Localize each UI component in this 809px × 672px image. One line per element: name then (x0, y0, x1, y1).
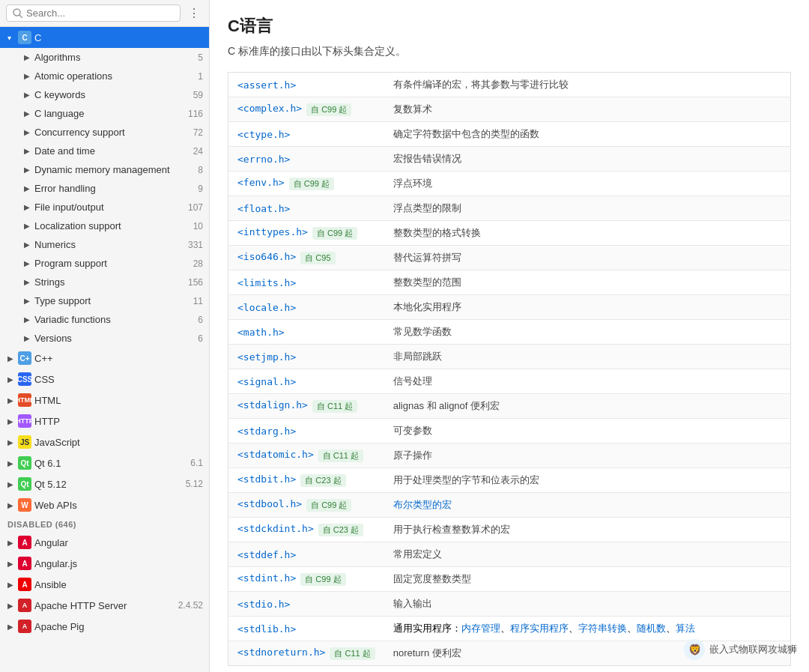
header-cell: <complex.h>自 C99 起 (228, 97, 384, 122)
description-text: 输入输出 (384, 592, 791, 617)
sidebar-item-angular[interactable]: ▶ A Angular (0, 532, 209, 553)
header-link[interactable]: <stdio.h> (237, 599, 290, 610)
item-count: 8 (198, 165, 203, 175)
item-count: 5.12 (186, 479, 203, 489)
qt512-language-icon: Qt (18, 477, 31, 491)
search-input[interactable] (26, 7, 174, 19)
description-link[interactable]: 算法 (676, 623, 695, 634)
sidebar-sub-datetime[interactable]: ▶ Date and time 24 (0, 142, 209, 160)
description-text: 可变参数 (384, 419, 791, 444)
table-row: <ctype.h>确定字符数据中包含的类型的函数 (228, 122, 791, 147)
header-link[interactable]: <limits.h> (237, 277, 296, 288)
header-link[interactable]: <inttypes.h> (237, 226, 308, 237)
table-row: <stdnoreturn.h>自 C11 起noreturn 便利宏 (228, 641, 791, 666)
description-link[interactable]: 随机数 (637, 623, 666, 634)
header-link[interactable]: <stdint.h> (237, 572, 296, 584)
sidebar-sub-variadic[interactable]: ▶ Variadic functions 6 (0, 310, 209, 329)
sidebar-item-c[interactable]: ▾ C C (0, 27, 209, 48)
page-title: C语言 (228, 15, 791, 37)
sidebar-item-apache-pig[interactable]: ▶ A Apache Pig (0, 616, 209, 637)
sidebar-sub-program[interactable]: ▶ Program support 28 (0, 254, 209, 273)
sidebar-sub-strings[interactable]: ▶ Strings 156 (0, 273, 209, 291)
sidebar-sub-concurrency[interactable]: ▶ Concurrency support 72 (0, 123, 209, 142)
sidebar-sub-error[interactable]: ▶ Error handling 9 (0, 179, 209, 198)
header-link[interactable]: <stddef.h> (237, 549, 296, 560)
sidebar-item-http[interactable]: ▶ HTTP HTTP (0, 411, 209, 432)
chevron-icon: ▶ (24, 278, 34, 286)
search-icon (13, 8, 22, 18)
chevron-icon: ▶ (24, 203, 34, 211)
header-cell: <stddef.h> (228, 542, 384, 567)
header-link[interactable]: <iso646.h> (237, 251, 296, 262)
header-link[interactable]: <math.h> (237, 327, 285, 338)
header-link[interactable]: <stdnoreturn.h> (237, 647, 325, 658)
sidebar-item-apache-http[interactable]: ▶ A Apache HTTP Server 2.4.52 (0, 595, 209, 616)
sidebar-sub-versions[interactable]: ▶ Versions 6 (0, 329, 209, 348)
header-link[interactable]: <assert.h> (237, 79, 296, 91)
header-link[interactable]: <locale.h> (237, 302, 296, 313)
header-link[interactable]: <float.h> (237, 203, 290, 214)
item-count: 59 (193, 90, 203, 100)
since-badge: 自 C23 起 (300, 474, 345, 487)
angular-icon: A (18, 536, 31, 549)
sidebar-sub-typesupport[interactable]: ▶ Type support 11 (0, 291, 209, 310)
item-count: 2.4.52 (178, 600, 203, 611)
description-link[interactable]: 字符串转换 (578, 623, 627, 634)
description-link[interactable]: 程序实用程序 (510, 623, 569, 634)
search-input-wrap[interactable] (6, 4, 181, 22)
sidebar-item-css[interactable]: ▶ CSS CSS (0, 369, 209, 390)
sidebar-item-webapis[interactable]: ▶ W Web APIs (0, 494, 209, 515)
sidebar-sub-numerics[interactable]: ▶ Numerics 331 (0, 235, 209, 254)
sidebar-item-html[interactable]: ▶ HTML HTML (0, 390, 209, 411)
header-link[interactable]: <ctype.h> (237, 129, 290, 140)
item-label: Qt 6.1 (34, 458, 187, 469)
sidebar-sub-locale[interactable]: ▶ Localization support 10 (0, 217, 209, 235)
header-cell: <limits.h> (228, 270, 384, 295)
item-label: C language (34, 108, 185, 119)
chevron-icon: ▶ (24, 297, 34, 305)
sidebar-more-button[interactable]: ⋮ (185, 4, 203, 22)
description-link[interactable]: 布尔类型的宏 (393, 499, 452, 510)
header-link[interactable]: <stdlib.h> (237, 623, 296, 635)
header-link[interactable]: <stdbit.h> (237, 473, 296, 485)
sidebar-sub-algorithms[interactable]: ▶ Algorithms 5 (0, 48, 209, 67)
chevron-icon: ▶ (24, 315, 34, 324)
header-link[interactable]: <stdckdint.h> (237, 523, 314, 534)
description-text: 浮点类型的限制 (384, 196, 791, 221)
ansible-icon: A (18, 578, 31, 591)
header-link[interactable]: <setjmp.h> (237, 351, 296, 363)
http-language-icon: HTTP (18, 414, 31, 428)
header-link[interactable]: <stdarg.h> (237, 426, 296, 437)
sidebar-sub-ckeywords[interactable]: ▶ C keywords 59 (0, 85, 209, 104)
header-cell: <signal.h> (228, 369, 384, 394)
sidebar-item-cpp[interactable]: ▶ C+ C++ (0, 348, 209, 369)
header-link[interactable]: <stdatomic.h> (237, 449, 314, 460)
sidebar-sub-dynmem[interactable]: ▶ Dynamic memory management 8 (0, 160, 209, 179)
description-text: 本地化实用程序 (384, 295, 791, 320)
qt61-language-icon: Qt (18, 456, 31, 470)
chevron-icon: ▶ (24, 128, 34, 136)
header-link[interactable]: <stdalign.h> (237, 399, 308, 411)
chevron-icon: ▶ (7, 438, 18, 447)
header-link[interactable]: <signal.h> (237, 376, 296, 387)
sidebar-sub-fileio[interactable]: ▶ File input/output 107 (0, 198, 209, 217)
header-link[interactable]: <errno.h> (237, 154, 290, 165)
description-link[interactable]: 内存管理 (461, 623, 500, 634)
sidebar-item-qt512[interactable]: ▶ Qt Qt 5.12 5.12 (0, 473, 209, 494)
sidebar-item-angularjs[interactable]: ▶ A Angular.js (0, 553, 209, 574)
header-cell: <stdnoreturn.h>自 C11 起 (228, 641, 384, 666)
item-count: 331 (188, 240, 203, 250)
header-link[interactable]: <fenv.h> (237, 177, 285, 188)
sidebar-sub-clanguage[interactable]: ▶ C language 116 (0, 104, 209, 123)
description-text: 常见数学函数 (384, 320, 791, 345)
sidebar-item-js[interactable]: ▶ JS JavaScript (0, 432, 209, 452)
item-label: C++ (34, 353, 203, 364)
sidebar-item-ansible[interactable]: ▶ A Ansible (0, 574, 209, 595)
sidebar-sub-atomic[interactable]: ▶ Atomic operations 1 (0, 67, 209, 85)
header-cell: <stdlib.h> (228, 617, 384, 641)
html-language-icon: HTML (18, 393, 31, 407)
header-link[interactable]: <stdbool.h> (237, 498, 302, 509)
item-label: Concurrency support (34, 127, 190, 138)
header-link[interactable]: <complex.h> (237, 103, 302, 114)
sidebar-item-qt61[interactable]: ▶ Qt Qt 6.1 6.1 (0, 452, 209, 473)
